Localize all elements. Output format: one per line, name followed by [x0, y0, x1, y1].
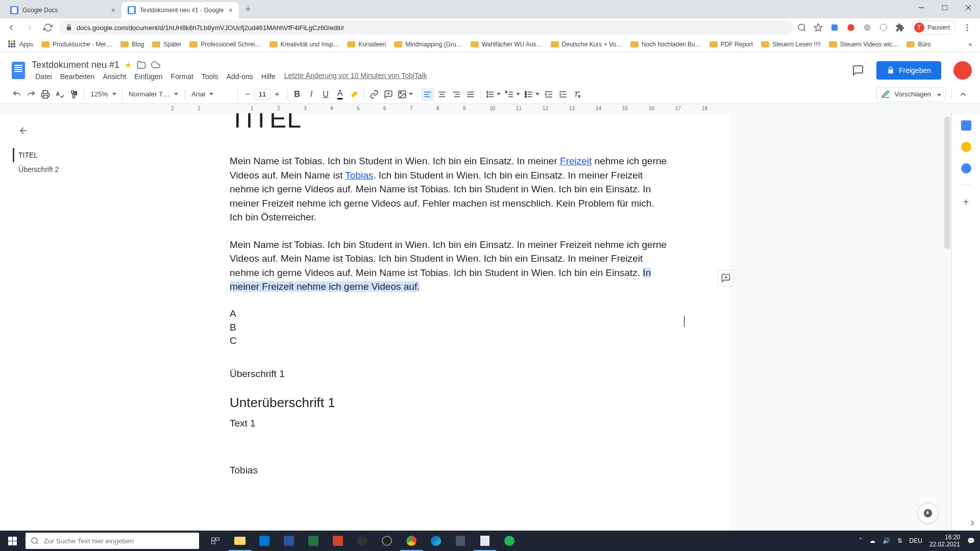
bookmark[interactable]: Mindmapping (Gru…	[391, 39, 465, 50]
highlight-button[interactable]	[348, 88, 361, 101]
font-size-input[interactable]	[254, 89, 271, 100]
page[interactable]: TITEL Mein Name ist Tobias. Ich bin Stud…	[168, 113, 730, 531]
tab-google-docs[interactable]: Google Docs ×	[4, 2, 121, 18]
extension-icon[interactable]	[846, 23, 855, 32]
insert-comment-button[interactable]	[382, 88, 395, 101]
taskbar-notepad[interactable]	[473, 531, 497, 551]
bookmark[interactable]: Büro	[903, 39, 934, 50]
bookmark[interactable]: Kursideen	[344, 39, 389, 50]
bulleted-list-button[interactable]	[523, 88, 541, 101]
start-button[interactable]	[0, 531, 24, 551]
zoom-icon[interactable]	[797, 23, 806, 32]
ruler[interactable]: 21123456789101112131415161718	[0, 104, 980, 113]
taskbar-word[interactable]	[277, 531, 301, 551]
tasks-app-icon[interactable]	[961, 163, 971, 173]
bookmark[interactable]: Später	[149, 39, 184, 50]
add-comment-button[interactable]	[718, 270, 734, 286]
taskbar-excel[interactable]	[301, 531, 326, 551]
reload-button[interactable]	[41, 20, 55, 35]
spellcheck-button[interactable]: A	[53, 88, 66, 101]
paint-format-button[interactable]	[67, 88, 81, 101]
star-icon[interactable]	[814, 23, 823, 32]
align-justify-button[interactable]	[464, 88, 477, 101]
taskbar-app[interactable]	[448, 531, 473, 551]
tray-cloud-icon[interactable]: ☁	[869, 537, 875, 544]
align-center-button[interactable]	[435, 88, 449, 101]
bookmark-overflow[interactable]: »	[965, 39, 975, 50]
font-size-increase[interactable]: +	[271, 88, 284, 101]
bookmark[interactable]: PDF Report	[706, 39, 756, 50]
hide-menus-button[interactable]	[957, 88, 970, 101]
close-icon[interactable]: ×	[111, 6, 115, 14]
add-apps-button[interactable]: +	[961, 196, 971, 207]
taskbar-app[interactable]	[350, 531, 375, 551]
bold-button[interactable]: B	[290, 88, 304, 101]
docs-home-button[interactable]	[8, 60, 29, 81]
extension-icon[interactable]	[830, 23, 839, 32]
taskbar-outlook[interactable]	[252, 531, 277, 551]
user-avatar[interactable]	[953, 61, 972, 80]
menu-ansicht[interactable]: Ansicht	[99, 71, 130, 82]
numbered-list-button[interactable]: 1	[503, 88, 522, 101]
scrollbar-thumb[interactable]	[944, 116, 950, 249]
star-icon[interactable]: ★	[125, 60, 132, 70]
keep-app-icon[interactable]	[961, 142, 971, 152]
minimize-button[interactable]	[910, 0, 933, 15]
bookmark[interactable]: Blog	[117, 39, 147, 50]
font-select[interactable]: Arial	[188, 90, 234, 98]
link-freizeit[interactable]: Freizeit	[560, 156, 592, 166]
menu-addons[interactable]: Add-ons	[223, 71, 257, 82]
font-size-decrease[interactable]: −	[241, 88, 254, 101]
menu-format[interactable]: Format	[167, 71, 197, 82]
outline-item-titel[interactable]: TITEL	[13, 148, 158, 162]
menu-einfuegen[interactable]: Einfügen	[131, 71, 166, 82]
close-icon[interactable]: ×	[229, 6, 233, 14]
insert-link-button[interactable]	[368, 88, 381, 101]
task-view-button[interactable]	[203, 531, 228, 551]
outline-item-ueberschrift2[interactable]: Überschrift 2	[18, 162, 158, 177]
align-left-button[interactable]	[421, 88, 434, 101]
print-button[interactable]	[39, 88, 52, 101]
share-button[interactable]: Freigeben	[876, 61, 941, 80]
tray-chevron-icon[interactable]: ˄	[859, 537, 862, 544]
document-canvas[interactable]: TITEL Mein Name ist Tobias. Ich bin Stud…	[168, 113, 951, 531]
tray-language[interactable]: DEU	[910, 537, 922, 544]
clear-formatting-button[interactable]	[571, 88, 584, 101]
align-right-button[interactable]	[450, 88, 463, 101]
decrease-indent-button[interactable]	[542, 88, 555, 101]
link-tobias[interactable]: Tobias	[345, 170, 373, 181]
extensions-puzzle-icon[interactable]	[895, 23, 904, 32]
document-title[interactable]: Textdokument neu #1	[32, 60, 119, 70]
bookmark[interactable]: Noch hochladen Bu…	[627, 39, 704, 50]
comment-history-button[interactable]	[848, 60, 868, 81]
bookmark[interactable]: Deutsche Kurs + Vo…	[548, 39, 625, 50]
move-folder-icon[interactable]	[137, 60, 146, 69]
bookmark[interactable]: Produktsuche - Mer…	[38, 39, 115, 50]
bookmark[interactable]: Kreativität und Insp…	[266, 39, 342, 50]
cloud-saved-icon[interactable]	[151, 60, 160, 69]
taskbar-chrome[interactable]	[399, 531, 424, 551]
back-button[interactable]	[4, 20, 18, 35]
search-input[interactable]	[44, 537, 194, 545]
taskbar-explorer[interactable]	[228, 531, 252, 551]
tray-clock[interactable]: 16:20 22.02.2021	[929, 534, 960, 548]
bookmark[interactable]: Professionell Schrei…	[186, 39, 264, 50]
style-select[interactable]: Normaler T…	[126, 90, 182, 98]
maximize-button[interactable]	[933, 0, 957, 15]
new-tab-button[interactable]: +	[241, 2, 255, 16]
outline-back-button[interactable]	[18, 126, 158, 136]
explore-button[interactable]	[918, 503, 938, 523]
underline-button[interactable]: U	[319, 88, 332, 101]
bookmark-apps[interactable]: Apps	[5, 38, 36, 51]
redo-button[interactable]	[24, 88, 38, 101]
taskbar-search[interactable]	[26, 533, 199, 549]
menu-tools[interactable]: Tools	[198, 71, 222, 82]
forward-button[interactable]	[22, 20, 37, 35]
increase-indent-button[interactable]	[556, 88, 570, 101]
bookmark[interactable]: Steuern Lesen !!!!	[758, 39, 824, 50]
zoom-select[interactable]: 125%	[87, 90, 119, 98]
editing-mode-select[interactable]: Vorschlagen	[876, 87, 946, 102]
tray-volume-icon[interactable]: 🔊	[883, 537, 890, 544]
profile-chip[interactable]: T Pausiert	[912, 20, 955, 35]
menu-dots-icon[interactable]	[963, 23, 972, 32]
